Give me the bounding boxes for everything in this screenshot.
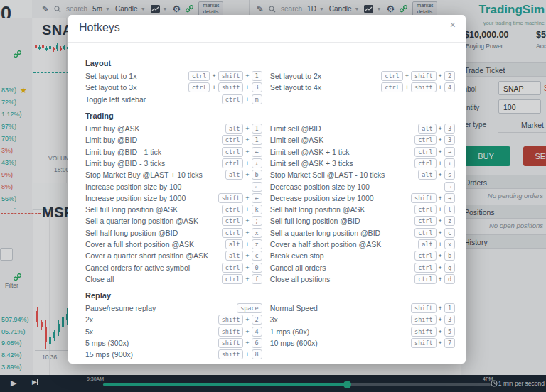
plus-separator: + <box>439 229 442 236</box>
hotkey-label: Increase position size by 1000 <box>85 194 218 202</box>
close-icon[interactable]: × <box>450 19 456 31</box>
hotkey-row: Set layout to 4xctrl+shift+4 <box>270 82 455 93</box>
key-c: c <box>444 228 455 238</box>
plus-separator: + <box>439 328 442 335</box>
hotkey-row: Limit sell @ASKctrl+3 <box>270 134 455 146</box>
key-↓: ↓ <box>252 158 262 168</box>
hotkey-row: Limit buy @ASKalt+1 <box>85 123 262 134</box>
key-ctrl: ctrl <box>381 71 402 81</box>
key-←: ← <box>252 147 262 157</box>
hotkey-label: Sell half long position @BID <box>85 229 222 237</box>
key-d: d <box>444 274 455 284</box>
key-x: x <box>252 228 262 238</box>
hotkey-section: TradingLimit buy @ASKalt+1Limit buy @BID… <box>85 111 455 285</box>
section-title: Layout <box>85 59 455 67</box>
hotkey-row: Limit sell @ASK + 3 ticksctrl+↑ <box>270 158 455 169</box>
key-3: 3 <box>444 124 455 134</box>
plus-separator: + <box>439 339 442 347</box>
key-shift: shift <box>411 327 437 337</box>
hotkey-row: Set layout to 3xctrl+shift+3 <box>85 82 262 93</box>
key-alt: alt <box>225 124 243 134</box>
plus-separator: + <box>245 148 249 156</box>
hotkey-label: Cancel all orders <box>270 263 414 272</box>
plus-separator: + <box>439 316 442 323</box>
key-ctrl: ctrl <box>222 263 243 273</box>
key-ctrl: ctrl <box>414 228 436 238</box>
key-1: 1 <box>252 71 262 81</box>
key-ctrl: ctrl <box>188 71 210 81</box>
key-shift: shift <box>218 71 244 81</box>
key-shift: shift <box>411 315 437 325</box>
plus-separator: + <box>439 305 442 312</box>
key-ctrl: ctrl <box>222 158 243 168</box>
hotkey-row: Sell a quarter long position @ASKctrl+; <box>85 215 262 227</box>
key-shift: shift <box>411 193 437 203</box>
hotkey-row: Limit buy @BIDctrl+1 <box>85 134 262 146</box>
hotkey-label: 10 mps (600x) <box>270 339 411 347</box>
hotkeys-list: LayoutSet layout to 1xctrl+shift+1Set la… <box>68 43 466 361</box>
hotkey-label: Normal Speed <box>270 304 411 312</box>
plus-separator: + <box>439 276 442 283</box>
hotkey-row: Increase position size by 1000shift+← <box>85 192 262 204</box>
hotkey-row: Sell full long position @BIDctrl+z <box>270 215 455 227</box>
key-↑: ↑ <box>444 158 455 168</box>
hotkey-label: Set layout to 2x <box>270 72 382 80</box>
hotkey-label: 3x <box>270 315 411 324</box>
key-alt: alt <box>225 251 243 261</box>
hotkey-label: Toggle left sidebar <box>85 95 222 104</box>
key-shift: shift <box>218 349 244 359</box>
hotkeys-modal: Hotkeys × LayoutSet layout to 1xctrl+shi… <box>68 15 466 364</box>
key-ctrl: ctrl <box>222 94 243 104</box>
plus-separator: + <box>245 160 249 167</box>
hotkey-row: Pause/resume replayspace <box>85 303 262 314</box>
key-ctrl: ctrl <box>414 205 436 214</box>
plus-separator: + <box>245 264 249 271</box>
hotkey-label: Sell full long position @BID <box>270 217 414 225</box>
modal-header: Hotkeys × <box>68 15 466 43</box>
hotkey-row: Sell a quarter long position @BIDctrl+c <box>270 227 455 239</box>
key-3: 3 <box>444 315 455 325</box>
section-title: Trading <box>85 111 455 120</box>
hotkey-label: Decrease position size by 100 <box>270 183 444 191</box>
key-alt: alt <box>418 170 436 180</box>
key-4: 4 <box>444 82 455 92</box>
hotkey-row: Sell half long position @ASKctrl+l <box>270 204 455 215</box>
plus-separator: + <box>245 125 249 132</box>
key-ctrl: ctrl <box>222 228 243 238</box>
plus-separator: + <box>212 72 215 80</box>
hotkey-label: Sell half long position @ASK <box>270 205 414 214</box>
key-ctrl: ctrl <box>414 251 436 261</box>
key-ctrl: ctrl <box>222 205 243 214</box>
hotkey-label: Set layout to 1x <box>85 72 188 80</box>
hotkey-label: 5x <box>85 327 218 336</box>
hotkey-row: Cancel all ordersctrl+q <box>270 261 455 273</box>
hotkey-label: Break even stop <box>270 251 414 260</box>
key-ctrl: ctrl <box>414 135 436 145</box>
key-1: 1 <box>444 303 455 313</box>
hotkey-row: 5xshift+4 <box>85 326 262 337</box>
key-←: ← <box>252 193 262 203</box>
key-alt: alt <box>418 124 436 134</box>
key-shift: shift <box>218 315 244 325</box>
key-f: f <box>252 274 262 284</box>
section-title: Replay <box>85 291 455 300</box>
plus-separator: + <box>245 136 249 143</box>
hotkey-row: Decrease position size by 100→ <box>270 180 455 192</box>
plus-separator: + <box>439 195 442 202</box>
key-shift: shift <box>411 71 437 81</box>
key-k: k <box>252 205 262 214</box>
key-alt: alt <box>225 239 243 249</box>
hotkey-row: Cover a quarter short position @ASKalt+c <box>85 250 262 261</box>
key-b: b <box>252 170 262 180</box>
plus-separator: + <box>245 72 249 80</box>
key-6: 6 <box>252 338 262 348</box>
plus-separator: + <box>439 264 442 271</box>
hotkey-row: Sell full long position @ASKctrl+k <box>85 204 262 215</box>
plus-separator: + <box>439 206 442 213</box>
hotkey-label: 5 mps (300x) <box>85 339 218 347</box>
hotkey-label: Cover a full short position @ASK <box>85 240 225 249</box>
plus-separator: + <box>245 339 249 347</box>
hotkey-row: Limit buy @BID - 3 ticksctrl+↓ <box>85 158 262 169</box>
key-ctrl: ctrl <box>222 135 243 145</box>
key-ctrl: ctrl <box>222 216 243 226</box>
